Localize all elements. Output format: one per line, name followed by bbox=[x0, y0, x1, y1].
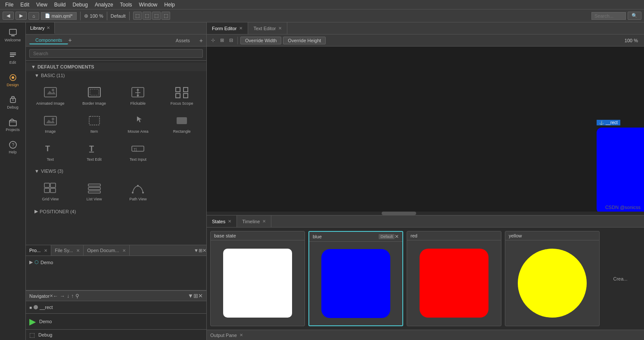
lib-item-rectangle[interactable]: Rectangle bbox=[161, 110, 203, 137]
menu-build[interactable]: Build bbox=[51, 1, 69, 9]
menu-analyze[interactable]: Analyze bbox=[91, 1, 117, 9]
menu-help[interactable]: Help bbox=[161, 1, 178, 9]
search-input[interactable] bbox=[29, 49, 203, 58]
nav-home-button[interactable]: ⌂ bbox=[28, 12, 39, 20]
toolbar-btn-4[interactable]: ⬚ bbox=[162, 12, 170, 20]
lib-item-mouse-area[interactable]: Mouse Area bbox=[117, 110, 159, 137]
menu-window[interactable]: Window bbox=[136, 1, 161, 9]
text-editor-tab[interactable]: Text Editor ✕ bbox=[248, 22, 287, 34]
library-tab-close[interactable]: ✕ bbox=[47, 25, 50, 30]
nav-up-button[interactable]: ↑ bbox=[71, 293, 74, 299]
canvas-area[interactable]: ⚓ __rect CSDN @sonicss bbox=[207, 47, 644, 212]
docked-panel-expand-button[interactable]: ⊞ bbox=[199, 248, 202, 253]
navigator-close-icon[interactable]: ✕ bbox=[50, 293, 53, 298]
timeline-tab[interactable]: Timeline ✕ bbox=[237, 215, 271, 227]
menu-file[interactable]: File bbox=[2, 1, 17, 9]
editor-tool-3[interactable]: ⊟ bbox=[227, 37, 235, 44]
open-doc-tab-close[interactable]: ✕ bbox=[122, 248, 126, 253]
state-name-base[interactable] bbox=[214, 233, 301, 238]
project-item-demo[interactable]: ▶ ⬡ Demo bbox=[29, 259, 203, 266]
components-add-button[interactable]: + bbox=[68, 37, 72, 44]
sidebar-item-help[interactable]: ? Help bbox=[3, 137, 23, 158]
file-sys-tab[interactable]: File Sy... ✕ bbox=[51, 245, 84, 256]
nav-filter-button[interactable]: ⚲ bbox=[75, 293, 79, 299]
states-tab-close[interactable]: ✕ bbox=[228, 219, 231, 224]
menu-view[interactable]: View bbox=[33, 1, 51, 9]
sidebar-item-edit[interactable]: Edit bbox=[3, 47, 23, 68]
search-button[interactable]: 🔍 bbox=[628, 12, 641, 20]
nav-forward-button[interactable]: ▶ bbox=[16, 12, 27, 20]
override-width-button[interactable]: Override Width bbox=[240, 37, 281, 44]
rect-label[interactable]: ⚓ __rect bbox=[597, 120, 620, 125]
lib-item-text[interactable]: T Text bbox=[29, 138, 72, 165]
form-editor-tab-close[interactable]: ✕ bbox=[239, 26, 243, 31]
override-height-button[interactable]: Override Height bbox=[283, 37, 326, 44]
sidebar-item-design[interactable]: Design bbox=[3, 70, 23, 90]
positioner-section-header[interactable]: ▶ POSITIONER (4) bbox=[26, 207, 206, 216]
toolbar-btn-1[interactable]: ⬚ bbox=[133, 12, 142, 20]
nav-back-button[interactable]: ◀ bbox=[3, 12, 14, 20]
sidebar-item-debug[interactable]: Debug bbox=[3, 92, 23, 113]
components-tab[interactable]: Components bbox=[29, 37, 68, 44]
lib-item-list-view[interactable]: List View bbox=[73, 178, 115, 204]
editor-tool-2[interactable]: ⊞ bbox=[218, 37, 226, 44]
lib-item-path-view[interactable]: Path View bbox=[117, 178, 159, 204]
menu-tools[interactable]: Tools bbox=[117, 1, 136, 9]
nav-left-button[interactable]: ← bbox=[53, 293, 58, 299]
state-close-blue[interactable]: ✕ bbox=[395, 234, 399, 240]
nav-item-rect[interactable]: ■ __rect bbox=[29, 304, 203, 311]
menu-debug[interactable]: Debug bbox=[69, 1, 91, 9]
toolbar-btn-2[interactable]: ⬚ bbox=[143, 12, 151, 20]
global-search-input[interactable] bbox=[591, 12, 626, 20]
timeline-tab-close[interactable]: ✕ bbox=[262, 219, 266, 224]
open-doc-tab[interactable]: Open Docum... ✕ bbox=[84, 245, 130, 256]
play-button[interactable]: ▶ bbox=[29, 316, 36, 327]
state-name-red[interactable] bbox=[411, 233, 498, 238]
navigator-expand-button[interactable]: ⊞ bbox=[193, 293, 198, 299]
state-name-yellow[interactable] bbox=[509, 233, 596, 238]
lib-item-grid-view[interactable]: Grid View bbox=[29, 178, 72, 204]
lib-item-text-input[interactable]: T| Text Input bbox=[117, 138, 159, 165]
views-section-header[interactable]: ▼ VIEWS (3) bbox=[26, 167, 206, 175]
canvas-scrollbar-thumb[interactable] bbox=[382, 212, 416, 215]
docked-panel-options-button[interactable]: ▼ bbox=[194, 248, 199, 253]
library-tab[interactable]: Library ✕ bbox=[26, 22, 55, 34]
lib-item-border-image[interactable]: Border Image bbox=[73, 82, 115, 109]
basic-section-header[interactable]: ▼ BASIC (11) bbox=[26, 71, 206, 80]
lib-item-focus-scope[interactable]: Focus Scope bbox=[161, 82, 203, 109]
canvas-scrollbar[interactable] bbox=[207, 212, 644, 215]
assets-tab[interactable]: Assets bbox=[170, 37, 196, 44]
lib-item-text-edit[interactable]: T Text Edit bbox=[73, 138, 115, 165]
states-tab[interactable]: States ✕ bbox=[207, 215, 237, 227]
editor-tool-select[interactable]: ⊹ bbox=[209, 37, 217, 44]
pro-tab[interactable]: Pro... ✕ bbox=[26, 245, 51, 256]
default-components-header[interactable]: ▼ DEFAULT COMPONENTS bbox=[26, 62, 206, 71]
form-editor-tab[interactable]: Form Editor ✕ bbox=[207, 22, 248, 34]
sidebar-item-welcome[interactable]: Welcome bbox=[3, 25, 23, 46]
pro-tab-close[interactable]: ✕ bbox=[44, 248, 47, 253]
state-name-blue[interactable] bbox=[313, 234, 379, 239]
canvas-rect[interactable] bbox=[597, 128, 644, 212]
nav-right-button[interactable]: → bbox=[60, 293, 65, 299]
file-sys-tab-close[interactable]: ✕ bbox=[76, 248, 80, 253]
lib-item-image[interactable]: Image bbox=[29, 110, 72, 137]
sidebar-item-projects[interactable]: Projects bbox=[3, 115, 23, 135]
flickable-icon bbox=[130, 85, 146, 100]
state-card-red[interactable] bbox=[407, 231, 501, 326]
navigator-options-button[interactable]: ▼ bbox=[188, 293, 193, 299]
text-editor-tab-close[interactable]: ✕ bbox=[278, 26, 282, 31]
state-card-base[interactable] bbox=[210, 231, 305, 326]
navigator-close-button[interactable]: ✕ bbox=[198, 293, 203, 299]
lib-item-animated-image[interactable]: Animated Image bbox=[29, 82, 72, 109]
nav-down-button[interactable]: ↓ bbox=[67, 293, 69, 299]
lib-item-item[interactable]: Item bbox=[73, 110, 115, 137]
output-pane-close[interactable]: ✕ bbox=[240, 333, 243, 337]
lib-item-flickable[interactable]: Flickable bbox=[117, 82, 159, 109]
menu-edit[interactable]: Edit bbox=[17, 1, 33, 9]
assets-add-button[interactable]: + bbox=[199, 37, 203, 44]
docked-panel-close-button[interactable]: ✕ bbox=[202, 248, 206, 253]
state-card-yellow[interactable] bbox=[505, 231, 600, 326]
toolbar-btn-3[interactable]: ⬚ bbox=[152, 12, 161, 20]
state-create-button[interactable]: Crea... bbox=[603, 231, 638, 326]
state-card-blue[interactable]: Default ✕ bbox=[308, 231, 403, 326]
